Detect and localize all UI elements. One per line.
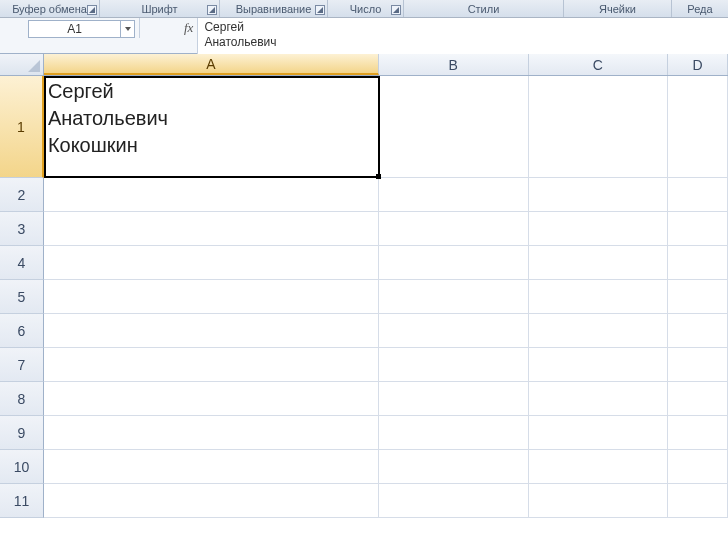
- cell-b2[interactable]: [379, 178, 529, 211]
- ribbon-group-label: Стили: [468, 3, 500, 15]
- table-row: 2: [0, 178, 728, 212]
- cell-d11[interactable]: [668, 484, 728, 517]
- table-row: 5: [0, 280, 728, 314]
- cell-a6[interactable]: [44, 314, 379, 347]
- cell-b8[interactable]: [379, 382, 529, 415]
- table-row: 7: [0, 348, 728, 382]
- row-header-1[interactable]: 1: [0, 76, 44, 178]
- cell-a8[interactable]: [44, 382, 379, 415]
- ribbon-group-editing[interactable]: Реда: [672, 0, 728, 17]
- dialog-launcher-icon[interactable]: [315, 5, 325, 15]
- table-row: 10: [0, 450, 728, 484]
- cell-c10[interactable]: [529, 450, 669, 483]
- cell-c7[interactable]: [529, 348, 669, 381]
- ribbon-group-label: Буфер обмена: [12, 3, 87, 15]
- cell-c8[interactable]: [529, 382, 669, 415]
- ribbon-group-cells[interactable]: Ячейки: [564, 0, 672, 17]
- cell-b11[interactable]: [379, 484, 529, 517]
- cell-d8[interactable]: [668, 382, 728, 415]
- name-box[interactable]: A1: [28, 20, 121, 38]
- row-header-9[interactable]: 9: [0, 416, 44, 450]
- ribbon-group-label: Реда: [687, 3, 712, 15]
- cell-c3[interactable]: [529, 212, 669, 245]
- cell-c11[interactable]: [529, 484, 669, 517]
- row-header-11[interactable]: 11: [0, 484, 44, 518]
- column-header-b[interactable]: B: [379, 54, 529, 75]
- cell-a2[interactable]: [44, 178, 379, 211]
- cell-a11[interactable]: [44, 484, 379, 517]
- select-all-button[interactable]: [0, 54, 44, 75]
- table-row: 1 Сергей Анатольевич Кокошкин: [0, 76, 728, 178]
- ribbon-group-styles[interactable]: Стили: [404, 0, 564, 17]
- row-header-10[interactable]: 10: [0, 450, 44, 484]
- column-header-d[interactable]: D: [668, 54, 728, 75]
- formula-row: A1 fx Сергей Анатольевич: [0, 18, 728, 54]
- cell-d3[interactable]: [668, 212, 728, 245]
- ribbon-group-number[interactable]: Число: [328, 0, 404, 17]
- ribbon-group-alignment[interactable]: Выравнивание: [220, 0, 328, 17]
- cell-c5[interactable]: [529, 280, 669, 313]
- cell-d9[interactable]: [668, 416, 728, 449]
- cell-b9[interactable]: [379, 416, 529, 449]
- cell-b10[interactable]: [379, 450, 529, 483]
- formula-bar-icons: [140, 18, 182, 38]
- cell-c9[interactable]: [529, 416, 669, 449]
- table-row: 3: [0, 212, 728, 246]
- cell-a1[interactable]: Сергей Анатольевич Кокошкин: [44, 76, 379, 177]
- cell-d5[interactable]: [668, 280, 728, 313]
- ribbon-group-label: Ячейки: [599, 3, 636, 15]
- cell-d4[interactable]: [668, 246, 728, 279]
- formula-bar[interactable]: Сергей Анатольевич: [197, 18, 728, 54]
- cell-b6[interactable]: [379, 314, 529, 347]
- column-header-a[interactable]: A: [44, 54, 379, 75]
- cell-c4[interactable]: [529, 246, 669, 279]
- column-header-c[interactable]: C: [529, 54, 669, 75]
- row-header-8[interactable]: 8: [0, 382, 44, 416]
- row-header-5[interactable]: 5: [0, 280, 44, 314]
- row-header-7[interactable]: 7: [0, 348, 44, 382]
- fx-icon[interactable]: fx: [182, 18, 197, 38]
- cell-c6[interactable]: [529, 314, 669, 347]
- cell-a7[interactable]: [44, 348, 379, 381]
- dialog-launcher-icon[interactable]: [391, 5, 401, 15]
- table-row: 11: [0, 484, 728, 518]
- cell-c2[interactable]: [529, 178, 669, 211]
- cell-a9[interactable]: [44, 416, 379, 449]
- cell-b7[interactable]: [379, 348, 529, 381]
- cell-a3[interactable]: [44, 212, 379, 245]
- ribbon-group-label: Число: [350, 3, 382, 15]
- cell-a10[interactable]: [44, 450, 379, 483]
- dialog-launcher-icon[interactable]: [87, 5, 97, 15]
- row-header-2[interactable]: 2: [0, 178, 44, 212]
- ribbon-group-label: Шрифт: [141, 3, 177, 15]
- table-row: 6: [0, 314, 728, 348]
- cell-d10[interactable]: [668, 450, 728, 483]
- ribbon-group-label: Выравнивание: [236, 3, 312, 15]
- cell-b5[interactable]: [379, 280, 529, 313]
- row-header-6[interactable]: 6: [0, 314, 44, 348]
- ribbon-group-clipboard[interactable]: Буфер обмена: [0, 0, 100, 17]
- ribbon-group-font[interactable]: Шрифт: [100, 0, 220, 17]
- table-row: 9: [0, 416, 728, 450]
- cell-c1[interactable]: [529, 76, 669, 177]
- cell-d7[interactable]: [668, 348, 728, 381]
- cell-d6[interactable]: [668, 314, 728, 347]
- name-box-dropdown[interactable]: [121, 20, 135, 38]
- cell-a4[interactable]: [44, 246, 379, 279]
- table-row: 4: [0, 246, 728, 280]
- ribbon-group-bar: Буфер обмена Шрифт Выравнивание Число Ст…: [0, 0, 728, 18]
- table-row: 8: [0, 382, 728, 416]
- row-header-3[interactable]: 3: [0, 212, 44, 246]
- cell-d1[interactable]: [668, 76, 728, 177]
- cell-b3[interactable]: [379, 212, 529, 245]
- cell-a5[interactable]: [44, 280, 379, 313]
- cell-b1[interactable]: [379, 76, 529, 177]
- cell-d2[interactable]: [668, 178, 728, 211]
- name-box-wrap: A1: [0, 18, 140, 38]
- dialog-launcher-icon[interactable]: [207, 5, 217, 15]
- cell-b4[interactable]: [379, 246, 529, 279]
- spreadsheet-grid: A B C D 1 Сергей Анатольевич Кокошкин 2 …: [0, 54, 728, 518]
- row-header-4[interactable]: 4: [0, 246, 44, 280]
- column-headers: A B C D: [0, 54, 728, 76]
